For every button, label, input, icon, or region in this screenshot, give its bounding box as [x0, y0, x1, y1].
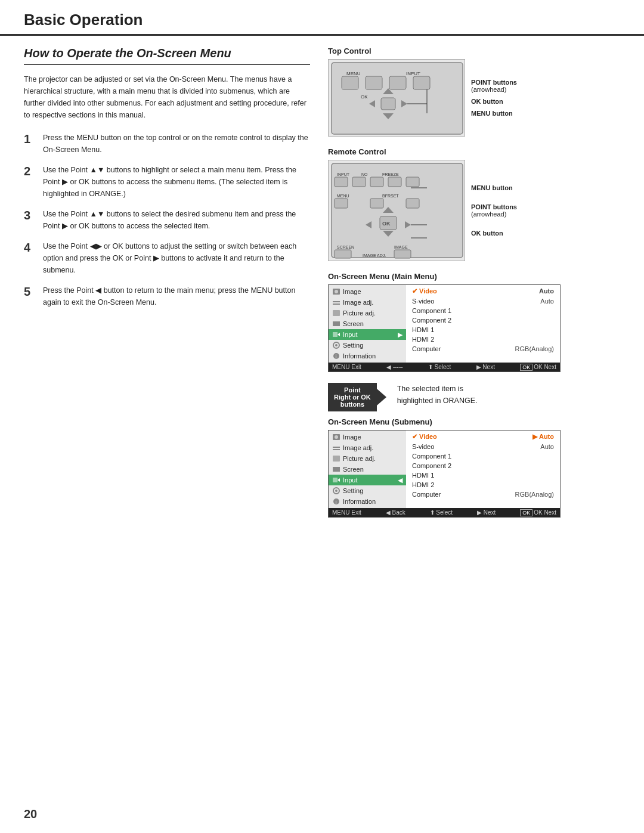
menu-item-imageadj: Image adj.: [329, 297, 406, 308]
svg-text:MENU: MENU: [337, 194, 349, 198]
remote-menu-button-label: MENU button: [471, 184, 517, 191]
top-control-label: Top Control: [328, 47, 620, 55]
menu-item-setting: Setting: [329, 340, 406, 351]
step-4-text: Use the Point ◀▶ or OK buttons to adjust…: [43, 240, 310, 276]
submenu-item-imageadj: Image adj.: [329, 442, 406, 453]
svg-text:IMAGE ADJ.: IMAGE ADJ.: [363, 253, 386, 258]
svg-text:OK: OK: [382, 221, 391, 227]
step-3-text: Use the Point ▲▼ buttons to select the d…: [43, 208, 310, 232]
submenu-diagram: Image Image adj. Picture adj. Scree: [328, 430, 561, 518]
submenu-item-information: i Information: [329, 496, 406, 507]
menu-right-hdmi2: HDMI 2: [410, 335, 556, 344]
step-2-text: Use the Point ▲▼ buttons to highlight or…: [43, 164, 310, 200]
svg-rect-28: [370, 199, 383, 208]
svg-rect-24: [406, 177, 419, 187]
submenu-right-panel: ✔ Video▶ Auto S-videoAuto Component 1 Co…: [406, 431, 560, 508]
submenu-label: On-Screen Menu (Submenu): [328, 417, 620, 426]
right-column: Top Control MENU INPUT OK: [328, 47, 620, 528]
svg-rect-39: [394, 250, 411, 258]
menu-right-comp2: Component 2: [410, 315, 556, 325]
svg-rect-58: [333, 447, 340, 448]
menu-item-input-active: Input ▶: [329, 329, 406, 340]
menu-item-pictureadj: Picture adj.: [329, 308, 406, 318]
svg-text:FREEZE: FREEZE: [382, 172, 399, 176]
svg-rect-4: [366, 76, 382, 89]
left-column: How to Operate the On-Screen Menu The pr…: [24, 47, 310, 528]
svg-text:INPUT: INPUT: [337, 172, 350, 176]
section-title: How to Operate the On-Screen Menu: [24, 47, 310, 65]
menu-button-label: MENU button: [471, 110, 517, 117]
svg-rect-20: [335, 177, 348, 187]
svg-rect-62: [333, 478, 338, 482]
svg-point-53: [335, 344, 338, 346]
svg-point-57: [335, 435, 338, 439]
submenu-item-setting: Setting: [329, 485, 406, 496]
svg-rect-48: [333, 310, 340, 316]
step-1-number: 1: [24, 132, 37, 146]
svg-rect-38: [335, 250, 351, 258]
svg-text:SCREEN: SCREEN: [337, 245, 354, 249]
menu-right-computer: ComputerRGB(Analog): [410, 344, 556, 354]
submenu-left-panel: Image Image adj. Picture adj. Scree: [329, 431, 406, 508]
svg-text:i: i: [336, 499, 337, 505]
menu-item-screen: Screen: [329, 318, 406, 329]
submenu-item-screen: Screen: [329, 464, 406, 475]
svg-text:IMAGE: IMAGE: [394, 245, 408, 249]
remote-point-buttons-label: POINT buttons (arrowhead): [471, 203, 517, 218]
top-control-section: Top Control MENU INPUT OK: [328, 47, 620, 137]
step-2: 2 Use the Point ▲▼ buttons to highlight …: [24, 164, 310, 200]
svg-rect-3: [342, 76, 358, 89]
remote-control-section: Remote Control INPUT NO FREEZE MENU: [328, 147, 620, 261]
svg-rect-47: [333, 304, 340, 305]
intro-text: The projector can be adjusted or set via…: [24, 73, 310, 121]
step-4-number: 4: [24, 240, 37, 255]
main-menu-section: On-Screen Menu (Main Menu) Image Image a…: [328, 272, 620, 372]
remote-control-label: Remote Control: [328, 147, 620, 156]
menu-right-video: ✔ VideoAuto: [410, 286, 556, 296]
steps-list: 1 Press the MENU button on the top contr…: [24, 132, 310, 308]
svg-text:NO: NO: [361, 172, 368, 176]
content-wrapper: How to Operate the On-Screen Menu The pr…: [0, 36, 644, 540]
submenu-right-comp2: Component 2: [410, 461, 556, 470]
svg-rect-50: [333, 332, 338, 337]
svg-rect-49: [333, 321, 340, 326]
step-5-text: Press the Point ◀ button to return to th…: [43, 284, 310, 308]
submenu-right-comp1: Component 1: [410, 451, 556, 461]
submenu-right-computer: ComputerRGB(Analog): [410, 490, 556, 499]
svg-rect-61: [333, 467, 340, 472]
submenu-item-input-active: Input ◀: [329, 475, 406, 485]
point-buttons-label: POINT buttons (arrowhead): [471, 79, 517, 93]
remote-control-diagram: INPUT NO FREEZE MENU BFRSET: [328, 160, 465, 261]
page-title: Basic Operation: [24, 11, 620, 29]
callout-area: Point Right or OK buttons The selected i…: [328, 383, 620, 411]
svg-rect-59: [333, 449, 340, 450]
svg-rect-23: [388, 177, 401, 187]
step-5: 5 Press the Point ◀ button to return to …: [24, 284, 310, 308]
remote-ok-button-label: OK button: [471, 230, 517, 237]
step-4: 4 Use the Point ◀▶ or OK buttons to adju…: [24, 240, 310, 276]
submenu-section: On-Screen Menu (Submenu) Image Image adj…: [328, 417, 620, 518]
svg-rect-21: [352, 177, 366, 187]
callout-description: The selected item is highlighted in ORAN…: [385, 383, 478, 407]
svg-marker-63: [338, 478, 340, 482]
ok-button-label: OK button: [471, 98, 517, 105]
svg-text:BFRSET: BFRSET: [382, 194, 399, 198]
svg-rect-29: [406, 199, 419, 208]
svg-text:MENU: MENU: [346, 71, 361, 76]
menu-right-svideo: S-videoAuto: [410, 296, 556, 306]
submenu-footer: MENU Exit ◀ Back ⬆ Select ▶ Next OKOK Ne…: [329, 508, 560, 517]
svg-rect-46: [333, 301, 340, 302]
svg-rect-27: [335, 199, 348, 208]
step-1: 1 Press the MENU button on the top contr…: [24, 132, 310, 156]
menu-right-comp1: Component 1: [410, 306, 556, 315]
submenu-item-pictureadj: Picture adj.: [329, 453, 406, 464]
svg-marker-51: [338, 333, 340, 336]
menu-footer-main: MENU Exit ◀ ----- ⬆ Select ▶ Next OKOK N…: [329, 363, 560, 371]
submenu-right-hdmi2: HDMI 2: [410, 480, 556, 490]
step-1-text: Press the MENU button on the top control…: [43, 132, 310, 156]
svg-rect-12: [381, 98, 395, 110]
menu-right-panel: ✔ VideoAuto S-videoAuto Component 1 Comp…: [406, 285, 560, 363]
step-5-number: 5: [24, 284, 37, 299]
svg-text:OK: OK: [361, 94, 368, 100]
svg-rect-60: [333, 456, 340, 462]
